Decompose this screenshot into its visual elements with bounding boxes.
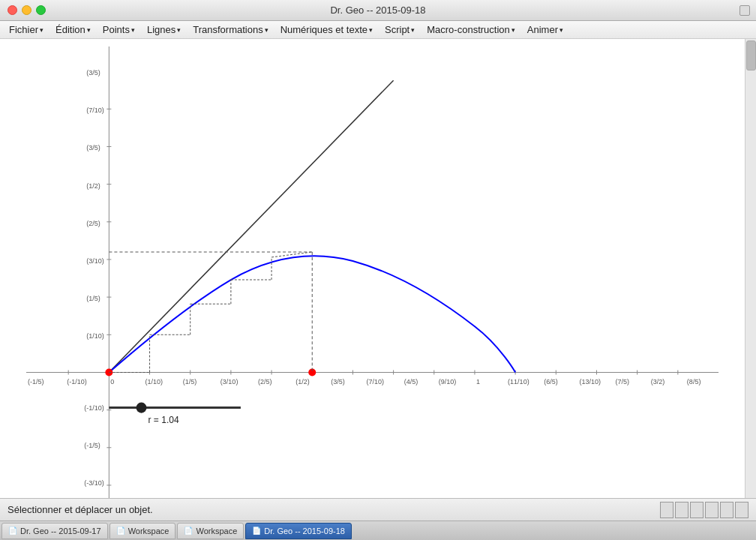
x-label-710: (7/10): [366, 378, 384, 386]
tab-icon-4: 📄: [252, 526, 261, 535]
x-label-1310: (13/10): [579, 378, 601, 386]
grid-cell-2[interactable]: [675, 502, 688, 518]
grid-cell-5[interactable]: [720, 502, 734, 518]
x-label-85: (8/5): [687, 378, 701, 386]
tab-icon-3: 📄: [184, 526, 193, 535]
maximize-button[interactable]: [36, 5, 46, 15]
svg-point-43: [136, 403, 146, 413]
menu-script[interactable]: Script ▾: [379, 22, 421, 37]
grid-cell-4[interactable]: [705, 502, 718, 518]
x-label-25: (2/5): [258, 378, 272, 386]
y-label-12: (1/2): [86, 182, 100, 190]
minimize-button[interactable]: [22, 5, 32, 15]
vertical-scrollbar[interactable]: [745, 39, 756, 498]
slider-label: r = 1.04: [148, 415, 179, 425]
main-area: (-1/5) (-1/10) 0 (1/10) (1/5) (3/10) (2/…: [0, 39, 756, 498]
menu-numeriques[interactable]: Numériques et texte ▾: [274, 22, 379, 37]
close-button[interactable]: [8, 5, 17, 15]
x-label-310: (3/10): [220, 378, 238, 386]
x-label-32: (3/2): [651, 378, 665, 386]
tab-label-3: Workspace: [196, 526, 237, 536]
tab-workspace-1[interactable]: 📄 Workspace: [110, 523, 176, 539]
tab-workspace-2[interactable]: 📄 Workspace: [177, 523, 244, 539]
y-label-neg15: (-1/5): [84, 442, 100, 449]
grid-cell-3[interactable]: [690, 502, 704, 518]
window-title: Dr. Geo -- 2015-09-18: [330, 4, 425, 16]
svg-point-29: [105, 368, 112, 376]
y-label-710: (7/10): [86, 106, 104, 114]
y-label-15: (1/5): [86, 295, 100, 302]
tab-label-1: Dr. Geo -- 2015-09-17: [20, 526, 101, 536]
x-label-65: (6/5): [544, 378, 558, 386]
menu-points[interactable]: Points ▾: [97, 22, 141, 37]
status-text: Sélectionner et déplacer un objet.: [8, 504, 153, 515]
y-label-neg310: (-3/10): [84, 479, 104, 487]
resize-icon[interactable]: [740, 5, 750, 16]
menu-macro[interactable]: Macro-construction ▾: [421, 22, 521, 37]
x-label-12: (1/2): [296, 378, 310, 386]
x-label-0: 0: [110, 378, 114, 386]
x-label-15: (1/5): [183, 378, 197, 386]
x-label-910: (9/10): [439, 378, 457, 386]
y-label-110: (1/10): [86, 332, 104, 340]
scrollbar-thumb[interactable]: [746, 40, 756, 70]
y-label-25: (2/5): [86, 220, 100, 227]
traffic-lights: [8, 5, 46, 15]
x-label-neg15: (-1/5): [28, 378, 44, 386]
menu-edition[interactable]: Édition ▾: [50, 22, 97, 37]
x-label-110: (1/10): [146, 378, 164, 386]
x-label-45: (4/5): [404, 378, 418, 386]
x-label-1: 1: [476, 378, 480, 386]
menu-lignes[interactable]: Lignes ▾: [141, 22, 187, 37]
x-label-1110: (11/10): [508, 378, 530, 386]
statusbar: Sélectionner et déplacer un objet.: [0, 498, 756, 520]
y-label-45: (3/5): [86, 69, 100, 76]
y-label-310: (3/10): [86, 257, 104, 265]
menu-fichier[interactable]: Fichier ▾: [3, 22, 50, 37]
tab-drgeo-2015-09-18[interactable]: 📄 Dr. Geo -- 2015-09-18: [245, 523, 352, 539]
geometry-canvas[interactable]: (-1/5) (-1/10) 0 (1/10) (1/5) (3/10) (2/…: [0, 39, 745, 498]
tab-icon-2: 📄: [116, 526, 125, 535]
grid-controls: [660, 502, 748, 518]
x-label-75: (7/5): [616, 378, 630, 386]
grid-cell-6[interactable]: [735, 502, 748, 518]
taskbar: 📄 Dr. Geo -- 2015-09-17 📄 Workspace 📄 Wo…: [0, 520, 756, 540]
tab-label-4: Dr. Geo -- 2015-09-18: [264, 526, 345, 536]
x-label-neg110: (-1/10): [67, 378, 87, 386]
tab-icon-1: 📄: [8, 526, 17, 535]
tab-drgeo-2015-09-17[interactable]: 📄 Dr. Geo -- 2015-09-17: [2, 523, 108, 539]
titlebar: Dr. Geo -- 2015-09-18: [0, 0, 756, 21]
grid-cell-1[interactable]: [660, 502, 674, 518]
tab-label-2: Workspace: [128, 526, 170, 536]
y-label-35: (3/5): [86, 144, 100, 152]
y-label-neg110: (-1/10): [84, 404, 104, 412]
canvas-area[interactable]: (-1/5) (-1/10) 0 (1/10) (1/5) (3/10) (2/…: [0, 39, 745, 498]
menubar: Fichier ▾ Édition ▾ Points ▾ Lignes ▾ Tr…: [0, 21, 756, 39]
menu-animer[interactable]: Animer ▾: [521, 22, 569, 37]
menu-transformations[interactable]: Transformations ▾: [187, 22, 274, 37]
svg-rect-0: [19, 39, 726, 498]
x-label-35: (3/5): [331, 378, 345, 386]
